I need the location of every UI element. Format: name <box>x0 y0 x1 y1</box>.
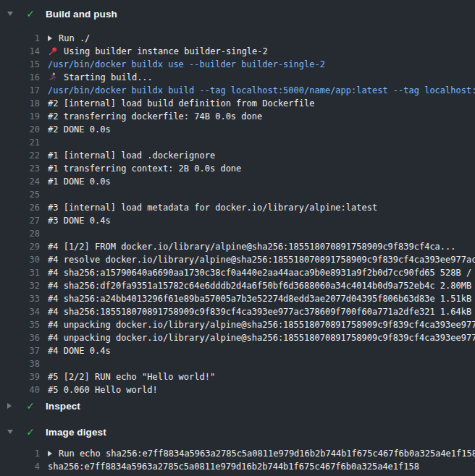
line-content: #2 [internal] load build definition from… <box>48 97 475 110</box>
line-number[interactable]: 29 <box>0 240 40 253</box>
line-number[interactable]: 15 <box>0 58 40 71</box>
pushpin-icon <box>48 46 58 56</box>
line-content: #4 unpacking docker.io/library/alpine@sh… <box>48 331 475 344</box>
line-number[interactable]: 33 <box>0 292 40 305</box>
line-number[interactable]: 31 <box>0 266 40 279</box>
line-content: #1 DONE 0.0s <box>48 175 475 188</box>
line-content: #4 sha256:185518070891758909c9f839cf4ca3… <box>48 305 475 318</box>
line-text: /usr/bin/docker buildx build --tag local… <box>48 84 475 97</box>
check-icon: ✓ <box>25 427 36 437</box>
line-text: Starting build... <box>64 71 153 84</box>
section-header-inspect[interactable]: ✓Inspect <box>0 396 475 415</box>
log-sections: ✓Build and push1Run ./14Using builder in… <box>0 4 475 473</box>
section-image-digest: ✓Image digest1Run echo sha256:e7ff8834a5… <box>0 422 475 473</box>
line-text: #4 sha256:185518070891758909c9f839cf4ca3… <box>48 305 475 318</box>
line-number[interactable]: 25 <box>0 188 40 201</box>
chevron-right-icon[interactable] <box>7 403 17 409</box>
log-line: 37#4 DONE 0.4s <box>0 344 475 357</box>
chevron-down-icon[interactable] <box>7 430 17 434</box>
log-line: 23#1 transferring context: 2B 0.0s done <box>0 162 475 175</box>
line-number[interactable]: 1 <box>0 447 40 460</box>
group-toggle-play-icon[interactable] <box>48 451 52 456</box>
line-number[interactable]: 32 <box>0 279 40 292</box>
chevron-shape <box>7 12 13 16</box>
line-content: #4 DONE 0.4s <box>48 344 475 357</box>
line-text: #2 [internal] load build definition from… <box>48 97 314 110</box>
log-line: 31#4 sha256:a15790640a6690aa1730c38cf0a4… <box>0 266 475 279</box>
log-line: 35#4 unpacking docker.io/library/alpine@… <box>0 318 475 331</box>
line-number[interactable]: 38 <box>0 357 40 370</box>
log-line: 25 <box>0 188 475 201</box>
line-number[interactable]: 39 <box>0 370 40 383</box>
check-icon: ✓ <box>25 9 36 19</box>
line-number[interactable]: 1 <box>0 32 40 45</box>
log-line: 27#3 DONE 0.4s <box>0 214 475 227</box>
line-text: #2 transferring dockerfile: 74B 0.0s don… <box>48 110 262 123</box>
section-title: Image digest <box>46 427 106 438</box>
log-line: 29#4 [1/2] FROM docker.io/library/alpine… <box>0 240 475 253</box>
line-number[interactable]: 30 <box>0 253 40 266</box>
line-content: Using builder instance builder-single-2 <box>48 45 475 58</box>
group-toggle-play-icon[interactable] <box>48 35 52 41</box>
line-content: #2 transferring dockerfile: 74B 0.0s don… <box>48 110 475 123</box>
chevron-down-icon[interactable] <box>7 12 17 16</box>
log-line: 36#4 unpacking docker.io/library/alpine@… <box>0 331 475 344</box>
line-text: #4 [1/2] FROM docker.io/library/alpine@s… <box>48 240 456 253</box>
line-text: #4 sha256:a15790640a6690aa1730c38cf0a440… <box>48 266 475 279</box>
line-number[interactable]: 40 <box>0 383 40 396</box>
workflow-log-viewer: ✓Build and push1Run ./14Using builder in… <box>0 0 475 476</box>
line-text: sha256:e7ff8834a5963a2785c5a0811e979d16b… <box>48 460 419 473</box>
line-text: Using builder instance builder-single-2 <box>64 45 268 58</box>
section-header-image-digest[interactable]: ✓Image digest <box>0 422 475 441</box>
line-text: #4 unpacking docker.io/library/alpine@sh… <box>48 318 475 331</box>
line-content: #4 unpacking docker.io/library/alpine@sh… <box>48 318 475 331</box>
line-number[interactable]: 34 <box>0 305 40 318</box>
line-text: #2 DONE 0.0s <box>48 123 111 136</box>
line-number[interactable]: 14 <box>0 45 40 58</box>
line-number[interactable]: 21 <box>0 136 40 149</box>
log-line: 33#4 sha256:a24bb4013296f61e89ba57005a7b… <box>0 292 475 305</box>
line-number[interactable]: 24 <box>0 175 40 188</box>
line-number[interactable]: 28 <box>0 227 40 240</box>
section-header-build-and-push[interactable]: ✓Build and push <box>0 4 475 23</box>
log-line: 20#2 DONE 0.0s <box>0 123 475 136</box>
log-line: 19#2 transferring dockerfile: 74B 0.0s d… <box>0 110 475 123</box>
log-line: 28 <box>0 227 475 240</box>
log-line: 30#4 resolve docker.io/library/alpine@sh… <box>0 253 475 266</box>
line-content: /usr/bin/docker buildx build --tag local… <box>48 84 475 97</box>
section-lines-image-digest: 1Run echo sha256:e7ff8834a5963a2785c5a08… <box>0 441 475 473</box>
log-line: 39#5 [2/2] RUN echo "Hello world!" <box>0 370 475 383</box>
line-text: #1 transferring context: 2B 0.0s done <box>48 162 241 175</box>
section-lines-build-and-push: 1Run ./14Using builder instance builder-… <box>0 23 475 396</box>
line-content: #4 sha256:a15790640a6690aa1730c38cf0a440… <box>48 266 475 279</box>
line-content: Run ./ <box>48 32 475 45</box>
line-content: sha256:e7ff8834a5963a2785c5a0811e979d16b… <box>48 460 475 473</box>
line-content: #5 [2/2] RUN echo "Hello world!" <box>48 370 475 383</box>
line-text: #1 DONE 0.0s <box>48 175 111 188</box>
line-text: #1 [internal] load .dockerignore <box>48 149 215 162</box>
line-number[interactable]: 22 <box>0 149 40 162</box>
line-number[interactable]: 35 <box>0 318 40 331</box>
chevron-shape <box>7 403 12 409</box>
line-number[interactable]: 16 <box>0 71 40 84</box>
line-number[interactable]: 36 <box>0 331 40 344</box>
line-content: #4 sha256:a24bb4013296f61e89ba57005a7b3e… <box>48 292 475 305</box>
line-number[interactable]: 4 <box>0 460 40 473</box>
line-number[interactable]: 19 <box>0 110 40 123</box>
line-content: #3 DONE 0.4s <box>48 214 475 227</box>
line-content: #4 [1/2] FROM docker.io/library/alpine@s… <box>48 240 475 253</box>
line-number[interactable]: 23 <box>0 162 40 175</box>
line-number[interactable]: 20 <box>0 123 40 136</box>
log-line: 1Run echo sha256:e7ff8834a5963a2785c5a08… <box>0 447 475 460</box>
line-number[interactable]: 18 <box>0 97 40 110</box>
line-number[interactable]: 26 <box>0 201 40 214</box>
line-text: #4 sha256:a24bb4013296f61e89ba57005a7b3e… <box>48 292 475 305</box>
log-line: 15/usr/bin/docker buildx use --builder b… <box>0 58 475 71</box>
line-number[interactable]: 37 <box>0 344 40 357</box>
log-line: 1Run ./ <box>0 32 475 45</box>
line-text: #4 DONE 0.4s <box>48 344 111 357</box>
line-number[interactable]: 27 <box>0 214 40 227</box>
log-line: 4sha256:e7ff8834a5963a2785c5a0811e979d16… <box>0 460 475 473</box>
line-number[interactable]: 17 <box>0 84 40 97</box>
check-icon: ✓ <box>25 401 36 411</box>
